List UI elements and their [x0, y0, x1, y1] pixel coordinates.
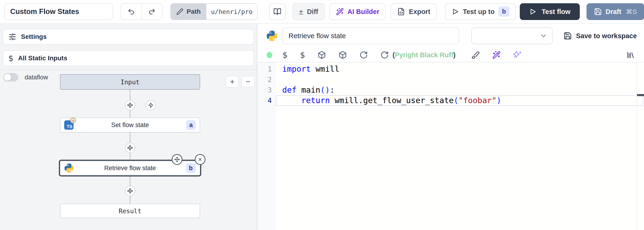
redo-button[interactable] [142, 4, 162, 20]
save-draft-button[interactable]: Draft ⌘S [586, 3, 644, 20]
main-area: Settings $ All Static Inputs dataflow + … [0, 24, 644, 230]
library-icon[interactable] [626, 51, 635, 59]
save-icon [564, 32, 572, 40]
save-to-workspace-button[interactable]: Save to workspace [564, 32, 637, 40]
plus-minus-icon: ± [299, 8, 304, 16]
chevron-down-icon [540, 32, 547, 40]
magic-wand-icon [336, 8, 344, 16]
code-editor[interactable]: 1234 import wmilldef main(): return wmil… [257, 62, 644, 230]
step-a-label: Set flow state [60, 122, 200, 129]
sliders-icon [8, 33, 16, 41]
assistants-paren-open: ( [392, 51, 395, 59]
settings-label: Settings [21, 33, 46, 41]
play-icon [529, 8, 536, 15]
plus-cross-icon [127, 188, 133, 194]
path-button[interactable]: Path u/henri/pro [170, 3, 258, 20]
editor-toolbar: $ $ (Pyright Black Ruff) [257, 48, 644, 62]
step-node-a[interactable]: TS Set flow state a [60, 118, 200, 132]
insert-step-button-3[interactable] [125, 186, 135, 196]
zap-icon [148, 102, 154, 108]
code-line[interactable] [282, 74, 636, 85]
docs-button[interactable] [269, 3, 286, 20]
test-up-to-label: Test up to [463, 8, 494, 16]
package-icon[interactable] [318, 51, 326, 59]
python-icon [267, 31, 277, 41]
pencil-icon [176, 8, 183, 15]
step-b-label: Retrieve flow state [61, 165, 200, 172]
export-label: Export [409, 8, 430, 16]
step-name-input[interactable] [282, 28, 459, 44]
language-assistants-label[interactable]: (Pyright Black Ruff) [392, 51, 456, 59]
move-icon [174, 157, 180, 162]
flow-settings-section: Settings $ All Static Inputs [0, 24, 257, 70]
reload-icon[interactable] [360, 51, 368, 59]
typescript-bun-icon: TS [64, 120, 74, 130]
file-code-icon [397, 8, 405, 16]
delete-step-button[interactable] [195, 154, 206, 165]
save-icon [594, 8, 602, 16]
code-line[interactable]: import wmill [282, 64, 636, 74]
assistants-paren-close: ) [453, 51, 456, 59]
resource-picker-icon[interactable]: $ [300, 51, 305, 59]
ai-sparkles-icon[interactable] [513, 51, 522, 59]
code-line[interactable]: def main(): [282, 85, 636, 95]
flow-sidebar: Settings $ All Static Inputs dataflow + … [0, 24, 257, 230]
code-line[interactable]: return wmill.get_flow_user_state("foobar… [282, 95, 636, 106]
graph-zoom-controls: + − [226, 76, 254, 88]
save-to-workspace-label: Save to workspace [576, 32, 637, 40]
ts-glyph: TS [67, 124, 72, 129]
line-number: 2 [257, 74, 276, 85]
test-flow-button[interactable]: Test flow [520, 3, 580, 20]
book-open-icon [273, 8, 281, 16]
ai-builder-label: AI Builder [348, 8, 380, 16]
ai-wand-icon[interactable] [492, 51, 501, 59]
code-lines[interactable]: import wmilldef main(): return wmill.get… [282, 64, 636, 106]
step-header: Save to workspace [257, 24, 644, 48]
test-up-to-step-badge: b [498, 7, 510, 17]
dollar-icon: $ [8, 54, 14, 62]
undo-redo-group [120, 3, 162, 20]
plus-cross-icon [127, 102, 133, 108]
all-static-inputs-label: All Static Inputs [18, 55, 68, 62]
reload-icon-2[interactable] [380, 51, 389, 59]
worker-group-select[interactable] [471, 28, 553, 44]
variable-picker-icon[interactable]: $ [282, 51, 288, 59]
undo-button[interactable] [121, 4, 142, 20]
path-value: u/henri/pro [206, 4, 257, 20]
ai-builder-button[interactable]: AI Builder [330, 3, 386, 20]
draft-shortcut: ⌘S [626, 8, 637, 16]
bun-icon [70, 117, 76, 124]
test-up-to-button[interactable]: Test up to b [445, 3, 516, 20]
package-icon-2[interactable] [338, 51, 347, 59]
step-inspector: Save to workspace $ $ (Pyright Black Ruf… [257, 24, 644, 230]
settings-row[interactable]: Settings [3, 29, 254, 45]
flow-graph-canvas[interactable]: dataflow + − Input [0, 70, 257, 230]
toggle-knob [4, 74, 11, 81]
dataflow-toggle[interactable] [3, 73, 18, 82]
input-node-label: Input [120, 78, 139, 86]
zoom-in-button[interactable]: + [226, 76, 239, 88]
insert-step-button-1[interactable] [125, 100, 135, 110]
flow-input-node[interactable]: Input [60, 74, 200, 90]
format-brush-icon[interactable] [471, 51, 480, 59]
editor-gutter: 1234 [257, 62, 276, 230]
top-toolbar: Path u/henri/pro ± Diff AI Builder Expor… [0, 0, 644, 24]
flow-title-input[interactable] [4, 3, 113, 20]
redo-icon [148, 8, 156, 15]
close-icon [198, 157, 203, 162]
export-button[interactable]: Export [391, 3, 437, 20]
assistants-names: Pyright Black Ruff [395, 51, 453, 59]
line-number: 1 [257, 64, 276, 74]
overview-ruler [636, 62, 637, 230]
diff-button[interactable]: ± Diff [292, 3, 325, 20]
lsp-status-dot [267, 52, 272, 58]
line-number: 4 [257, 95, 276, 106]
move-step-button[interactable] [172, 154, 182, 165]
zoom-out-button[interactable]: − [242, 76, 254, 88]
insert-step-button-2[interactable] [125, 143, 135, 153]
result-node-label: Result [119, 207, 142, 215]
flow-result-node[interactable]: Result [60, 204, 200, 218]
add-trigger-button[interactable] [146, 100, 156, 110]
all-static-inputs-row[interactable]: $ All Static Inputs [3, 50, 254, 66]
test-flow-label: Test flow [542, 8, 570, 16]
